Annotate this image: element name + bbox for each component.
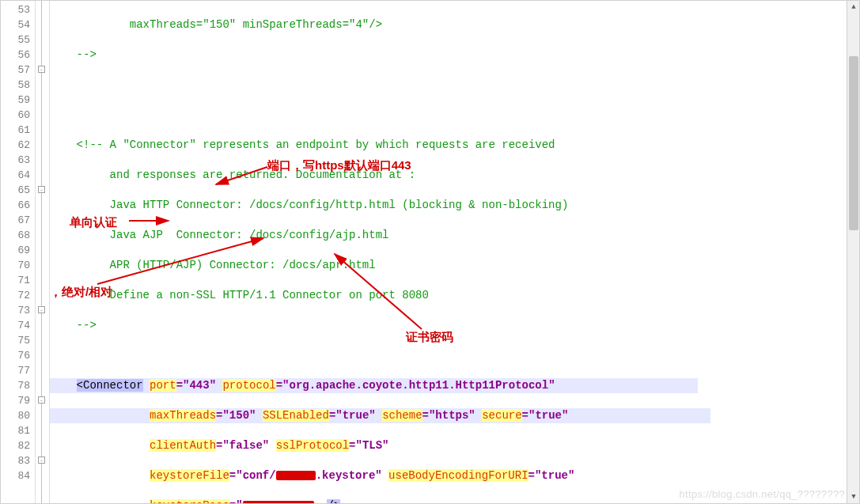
line-number: 54 bbox=[1, 17, 30, 32]
annotation-arrows bbox=[50, 1, 859, 503]
line-number: 78 bbox=[1, 378, 30, 393]
line-number: 60 bbox=[1, 108, 30, 123]
fold-gutter[interactable]: - - - - - bbox=[36, 1, 50, 503]
line-number: 65 bbox=[1, 183, 30, 198]
attr-protocol: protocol bbox=[222, 379, 275, 392]
val-clientauth: "false" bbox=[222, 439, 269, 452]
code-text: <!-- A "Connector" represents an endpoin… bbox=[50, 138, 555, 151]
scroll-thumb[interactable] bbox=[849, 56, 858, 230]
line-number: 77 bbox=[1, 363, 30, 378]
val-sslenabled: "true" bbox=[335, 409, 375, 422]
line-number: 79 bbox=[1, 393, 30, 408]
val-keystorefile: "conf/ bbox=[236, 469, 275, 482]
attr-scheme: scheme bbox=[382, 409, 422, 422]
line-number: 55 bbox=[1, 32, 30, 47]
line-number: 70 bbox=[1, 258, 30, 273]
redacted-block bbox=[243, 501, 314, 503]
line-number: 74 bbox=[1, 318, 30, 333]
attr-sslenabled: SSLEnabled bbox=[263, 409, 329, 422]
line-number: 82 bbox=[1, 438, 30, 453]
vertical-scrollbar[interactable]: ▲ ▼ bbox=[847, 1, 859, 503]
val-secure: "true" bbox=[529, 409, 568, 422]
tag-close: /> bbox=[327, 499, 340, 503]
line-number: 53 bbox=[1, 2, 30, 17]
line-number: 72 bbox=[1, 288, 30, 303]
attr-usebodyencoding: useBodyEncodingForURI bbox=[388, 469, 528, 482]
code-text: Java AJP Connector: /docs/config/ajp.htm… bbox=[50, 229, 388, 241]
attr-sslprotocol: sslProtocol bbox=[276, 439, 349, 452]
attr-keystorefile: keystoreFile bbox=[150, 469, 229, 482]
code-text: --> bbox=[50, 48, 97, 61]
line-number: 57 bbox=[1, 63, 30, 78]
line-number: 58 bbox=[1, 78, 30, 93]
val-keystorefile2: .keystore" bbox=[316, 469, 382, 482]
line-number: 59 bbox=[1, 93, 30, 108]
code-text: APR (HTTP/AJP) Connector: /docs/apr.html bbox=[50, 259, 376, 271]
scroll-down-icon[interactable]: ▼ bbox=[847, 491, 859, 503]
code-text: maxThreads="150" minSpareThreads="4"/> bbox=[50, 18, 382, 31]
fold-minus-icon[interactable]: - bbox=[38, 457, 45, 464]
attr-maxthreads: maxThreads bbox=[150, 409, 216, 422]
line-number: 61 bbox=[1, 123, 30, 138]
val-keystorepass: " bbox=[236, 499, 242, 503]
code-text: <Connector bbox=[77, 379, 143, 392]
code-text: and responses are returned. Documentatio… bbox=[50, 169, 415, 181]
val-maxthreads: "150" bbox=[222, 409, 256, 422]
attr-port: port bbox=[150, 379, 176, 392]
line-number: 81 bbox=[1, 423, 30, 438]
attr-keystorepass: keystorePass bbox=[150, 499, 229, 503]
attr-clientauth: clientAuth bbox=[150, 439, 216, 452]
redacted-block bbox=[276, 471, 316, 480]
line-number: 66 bbox=[1, 198, 30, 213]
line-number: 69 bbox=[1, 243, 30, 258]
val-usebodyencoding: "true" bbox=[535, 469, 574, 482]
code-text: Java HTTP Connector: /docs/config/http.h… bbox=[50, 199, 568, 211]
line-number: 67 bbox=[1, 213, 30, 228]
line-number-gutter: 5354555657585960616263646566676869707172… bbox=[1, 1, 36, 503]
line-number: 80 bbox=[1, 408, 30, 423]
val-scheme: "https" bbox=[429, 409, 475, 422]
val-protocol: "org.apache.coyote.http11.Http11Protocol… bbox=[282, 379, 555, 392]
line-number: 56 bbox=[1, 47, 30, 63]
code-editor[interactable]: 5354555657585960616263646566676869707172… bbox=[1, 1, 859, 503]
scroll-up-icon[interactable]: ▲ bbox=[847, 1, 859, 13]
line-number: 68 bbox=[1, 228, 30, 243]
line-number: 83 bbox=[1, 453, 30, 468]
fold-minus-icon[interactable]: - bbox=[38, 306, 45, 313]
val-port: "443" bbox=[183, 379, 216, 392]
line-number: 73 bbox=[1, 303, 30, 318]
fold-minus-icon[interactable]: - bbox=[38, 186, 45, 193]
line-number: 62 bbox=[1, 138, 30, 153]
code-text: Define a non-SSL HTTP/1.1 Connector on p… bbox=[50, 289, 429, 301]
line-number: 63 bbox=[1, 153, 30, 168]
line-number: 75 bbox=[1, 333, 30, 348]
code-text: --> bbox=[50, 319, 97, 332]
attr-secure: secure bbox=[482, 409, 521, 422]
line-number: 71 bbox=[1, 273, 30, 288]
code-area[interactable]: maxThreads="150" minSpareThreads="4"/> -… bbox=[50, 1, 859, 503]
line-number: 76 bbox=[1, 348, 30, 363]
fold-minus-icon[interactable]: - bbox=[38, 66, 45, 73]
line-number: 64 bbox=[1, 168, 30, 183]
line-number: 84 bbox=[1, 468, 30, 483]
val-sslprotocol: "TLS" bbox=[356, 439, 389, 452]
fold-minus-icon[interactable]: - bbox=[38, 396, 45, 404]
